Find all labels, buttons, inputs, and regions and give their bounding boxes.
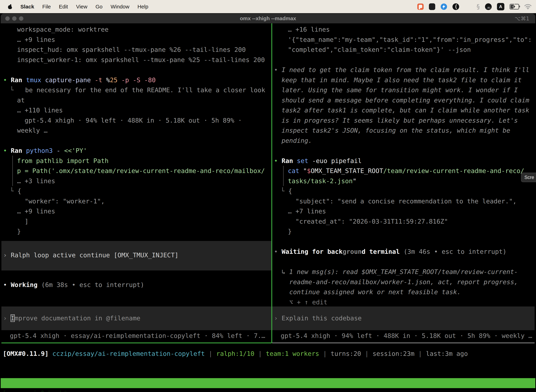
a-key-icon[interactable]: A <box>497 3 504 10</box>
terminal-line: ⌥ + ↑ edit <box>272 297 535 307</box>
text-segment: "worker": "worker-1", <box>17 198 105 205</box>
text-segment: } <box>288 228 292 235</box>
text-segment: Working <box>11 281 38 288</box>
text-segment: python3 <box>26 147 57 154</box>
terminal-line: "created_at": "2026-03-31T11:59:27.816Z" <box>272 216 535 227</box>
active-app-menu[interactable]: Slack <box>20 4 34 10</box>
terminal-line: inspect_hud: omx sparkshell --tmux-pane … <box>1 45 271 55</box>
terminal-line: should send a message before completing … <box>272 95 535 105</box>
menu-bar: Slack File Edit View Go Window Help § ..… <box>0 0 536 13</box>
tmux-pane-right[interactable]: … +16 lines'{"team_name":"my-team","task… <box>272 23 535 343</box>
terminal-line: inspect_worker-1: omx sparkshell --tmux-… <box>1 55 271 65</box>
text-segment: ralph:1/10 <box>216 350 254 357</box>
terminal-line: "worker": "worker-1", <box>1 196 271 206</box>
menu-bar-status-icons: § ..61 A <box>417 3 536 10</box>
badge-61-icon[interactable]: ..61 <box>485 3 492 10</box>
terminal-line <box>272 55 535 65</box>
tmux-session-label[interactable]: [omx-cczip0:bash* <box>2 388 67 392</box>
terminal-line: └ be necessary for the end of the README… <box>1 85 271 95</box>
text-segment: ⌥ + ↑ edit <box>289 299 327 306</box>
text-segment: " <box>303 167 307 174</box>
menu-view[interactable]: View <box>76 4 87 10</box>
menu-window[interactable]: Window <box>111 4 129 10</box>
text-segment: • <box>274 66 282 73</box>
terminal-line: workspace_mode: worktree <box>1 24 271 35</box>
menu-help[interactable]: Help <box>138 4 148 10</box>
text-segment: | <box>319 350 330 357</box>
text-segment: 1 new msg(s): read $OMX_TEAM_STATE_ROOT/… <box>289 268 518 275</box>
text-segment: Explain this codebase <box>282 315 362 322</box>
text-segment: be necessary for the end of the README. … <box>14 86 265 93</box>
lightning-badge-icon[interactable] <box>440 3 447 10</box>
wifi-icon[interactable] <box>524 4 531 9</box>
terminal-line: at <box>1 95 271 105</box>
text-segment: … +9 lines <box>17 208 55 215</box>
text-segment: -t <box>95 76 106 84</box>
menu-bar-left: Slack File Edit View Go Window Help <box>0 4 148 10</box>
text-segment: mprove documentation in @filename <box>14 315 140 322</box>
text-segment: set <box>297 157 312 164</box>
omx-status-line: [OMX#0.11.9] cczip/essay/ai-reimplementa… <box>3 349 535 359</box>
terminal-line: "subject": "send a concise recommendatio… <box>272 196 535 206</box>
text-segment: "completed","claim_token":"claim-token"}… <box>288 46 471 53</box>
text-segment: • <box>3 76 11 84</box>
terminal-line: '{"team_name":"my-team","task_id":"1","f… <box>272 35 535 45</box>
terminal-line <box>1 135 271 146</box>
squiggle-icon[interactable]: § <box>477 4 480 10</box>
terminal-line: } <box>272 226 535 237</box>
apple-icon[interactable] <box>8 4 12 9</box>
window-title-bar[interactable]: omx --xhigh --madmax ⌥⌘1 <box>1 14 535 23</box>
text-segment: gpt-5.4 xhigh · essay/ai-reimplementatio… <box>10 332 265 339</box>
terminal-line: … +7 lines <box>272 206 535 216</box>
dots-grid-icon[interactable] <box>464 3 471 10</box>
keyboard-grid-icon[interactable] <box>429 3 435 10</box>
text-segment: % <box>106 76 110 84</box>
text-segment: pending. <box>282 137 312 144</box>
text-segment <box>117 76 121 84</box>
text-segment: … +16 lines <box>288 26 330 33</box>
menu-go[interactable]: Go <box>96 4 103 10</box>
badge-61-text: ..61 <box>486 6 490 9</box>
text-segment: { <box>17 187 21 195</box>
text-segment: { <box>288 187 292 195</box>
text-segment: … +9 lines <box>17 36 55 43</box>
terminal-line: └ { <box>1 186 271 196</box>
inactive-pane-border <box>272 343 535 343</box>
terminal-line: continue assigned work or next feasible … <box>272 287 535 297</box>
terminal-line: ↳ 1 new msg(s): read $OMX_TEAM_STATE_ROO… <box>272 267 535 277</box>
text-segment: capture-pane <box>45 76 95 84</box>
text-segment: d terminal <box>362 248 400 255</box>
text-segment: (3m 46s • esc to interrupt) <box>400 248 507 255</box>
text-cursor: I <box>11 315 14 322</box>
window-shortcut: ⌥⌘1 <box>515 15 529 22</box>
prompt-input[interactable]: › Improve documentation in @filename <box>1 313 271 323</box>
terminal-line: • Waiting for background terminal (3m 46… <box>272 247 535 257</box>
terminal-line: … +9 lines <box>1 206 271 216</box>
text-segment: [OMX#0.11.9] <box>3 350 48 357</box>
model-status-line: gpt-5.4 xhigh · 94% left · 488K in · 5.1… <box>272 331 535 341</box>
screen-tooltip: Scre <box>521 173 536 182</box>
text-segment: groun <box>343 248 362 255</box>
text-segment: later. Using the same for transition mig… <box>282 86 518 93</box>
text-segment: } <box>17 228 21 235</box>
text-segment: -80 <box>144 76 156 84</box>
text-segment: cat <box>288 167 303 174</box>
terminal-line: • Ran set -euo pipefail <box>272 156 535 166</box>
text-segment: › <box>3 315 11 322</box>
text-segment: Ralph loop active continue [OMX_TMUX_INJ… <box>11 252 178 259</box>
menu-edit[interactable]: Edit <box>59 4 68 10</box>
slack-notification-icon[interactable] <box>417 4 424 10</box>
text-segment: | <box>254 350 266 357</box>
crescent-icon[interactable] <box>452 3 459 10</box>
terminal-line: … +9 lines <box>1 35 271 45</box>
text-segment: "created_at": "2026-03-31T11:59:27.816Z" <box>288 218 448 225</box>
terminal-window: omx --xhigh --madmax ⌥⌘1 workspace_mode:… <box>1 14 535 392</box>
tmux-pane-left[interactable]: workspace_mode: worktree… +9 linesinspec… <box>1 23 271 343</box>
terminal-line: p = Path('.omx/state/team/review-current… <box>1 166 271 176</box>
terminal-line: task2 after task1 is complete, but can I… <box>272 105 535 115</box>
prompt-input[interactable]: › Explain this codebase <box>272 313 535 323</box>
text-segment: ↳ <box>282 268 289 275</box>
text-segment: turns:20 <box>330 350 361 357</box>
battery-charging-icon[interactable] <box>510 4 519 9</box>
menu-file[interactable]: File <box>42 4 51 10</box>
